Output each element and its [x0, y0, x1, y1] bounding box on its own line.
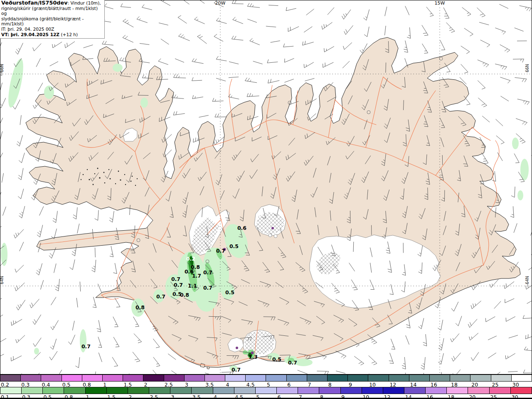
legend-threshold-label: 1.5 — [123, 382, 132, 388]
legend-color-segment — [0, 375, 21, 381]
legend-threshold-label: 25 — [492, 382, 499, 388]
legend-color-segment — [123, 375, 143, 381]
legend-color-segment — [82, 375, 103, 381]
sleet-color-scale — [0, 374, 532, 382]
precip-value-label: 0.5 — [229, 243, 239, 249]
legend-color-segment — [225, 375, 246, 381]
legend-threshold-label: 0.2 — [1, 382, 9, 388]
precip-value-label: 0.5 — [225, 289, 234, 296]
legend-color-segment — [86, 387, 107, 394]
legend-threshold-label: 3 — [185, 382, 188, 388]
legend-threshold-label: 4 — [226, 382, 229, 388]
precip-value-label: 0.6 — [237, 225, 246, 231]
legend-threshold-label: 0.4 — [42, 382, 50, 388]
rain-color-scale — [0, 387, 532, 394]
legend-threshold-label: 14 — [410, 382, 417, 388]
legend-threshold-label: 7 — [308, 382, 311, 388]
legend-color-segment — [143, 375, 164, 381]
legend-color-segment — [512, 375, 532, 381]
legend-color-segment — [491, 375, 512, 381]
precip-value-label: 0.7 — [81, 343, 91, 350]
legend-color-segment — [103, 375, 123, 381]
meridian-label: 20W — [215, 0, 226, 6]
legend-color-segment — [234, 387, 256, 394]
model-name: Veðurstofan/IS750dev — [1, 0, 67, 6]
legend-color-segment — [409, 375, 430, 381]
precip-value-label: 0.8 — [135, 304, 145, 310]
legend-color-segment — [447, 387, 468, 394]
legend-color-segment — [470, 375, 491, 381]
legend: 0.20.30.40.50.811.522.533.544.5567891012… — [0, 374, 532, 399]
legend-color-segment — [62, 375, 82, 381]
precip-value-label: 1.3 — [249, 354, 258, 360]
legend-color-segment — [22, 387, 43, 394]
legend-threshold-label: 0.8 — [83, 382, 91, 388]
precip-value-label: 1.7 — [192, 273, 201, 279]
title-line-3: slydda/snjókoma (grátt/bleikt/grænt - mm… — [1, 16, 103, 27]
parallel-label-right: 64N — [525, 276, 530, 284]
title-line-1: Veðurstofan/IS750dev: Vindur (10m), — [1, 0, 103, 6]
meridian-label: 15W — [435, 0, 445, 6]
legend-color-segment — [41, 375, 62, 381]
title-box: Veðurstofan/IS750dev: Vindur (10m), rign… — [0, 0, 105, 39]
legend-threshold-label: 18 — [451, 382, 458, 388]
legend-threshold-label: 3.5 — [205, 382, 214, 388]
precip-value-label: 0.7 — [203, 269, 212, 276]
legend-color-segment — [298, 387, 319, 394]
legend-color-segment — [490, 387, 511, 394]
legend-threshold-label: 1 — [103, 382, 106, 388]
legend-threshold-label: 8 — [328, 382, 332, 388]
precip-value-label: 0.7 — [156, 293, 165, 300]
legend-color-segment — [128, 387, 149, 394]
title-line-4: IT: þri. 29. 04. 2025 00Z — [1, 27, 103, 32]
title-line-2: rigning/skúrir (grænt/blátt/rautt - mm/1… — [1, 6, 103, 16]
precip-value-label: 0.7 — [232, 367, 241, 373]
legend-threshold-label: 12 — [389, 382, 396, 388]
legend-color-segment — [192, 387, 213, 394]
precip-value-label: 1.1 — [188, 283, 197, 289]
legend-color-segment — [362, 387, 383, 394]
legend-threshold-label: 30 — [512, 382, 519, 388]
precip-value-label: 0.2 — [186, 256, 195, 262]
parallel-label-right: 66N — [525, 64, 530, 72]
legend-color-segment — [450, 375, 470, 381]
precip-value-label: 0.7 — [288, 360, 297, 366]
legend-color-segment — [246, 375, 266, 381]
weather-map-page: 20W15W66N66N64N64N 0.60.50.70.20.80.60.7… — [0, 0, 532, 399]
legend-color-segment — [277, 387, 298, 394]
legend-color-segment — [149, 387, 170, 394]
weather-map: 20W15W66N66N64N64N 0.60.50.70.20.80.60.7… — [0, 0, 532, 374]
legend-threshold-label: 5 — [267, 382, 270, 388]
legend-color-segment — [256, 387, 277, 394]
legend-color-segment — [164, 375, 185, 381]
legend-color-segment — [383, 387, 404, 394]
legend-color-segment — [404, 387, 426, 394]
legend-color-segment — [266, 375, 286, 381]
precip-value-label: 0.7 — [216, 248, 225, 254]
title-line-5: VT: þri. 29.04.2025 12Z (+12 h) — [1, 32, 103, 37]
legend-color-segment — [107, 387, 128, 394]
legend-color-segment — [307, 375, 328, 381]
legend-color-segment — [287, 375, 307, 381]
legend-color-segment — [426, 387, 447, 394]
legend-color-segment — [328, 375, 348, 381]
legend-threshold-label: 0.3 — [21, 382, 30, 388]
precip-value-label: 0.7 — [203, 285, 212, 291]
legend-threshold-label: 0.5 — [62, 382, 71, 388]
legend-color-segment — [21, 375, 41, 381]
legend-threshold-label: 2 — [144, 382, 148, 388]
legend-threshold-label: 10 — [369, 382, 376, 388]
legend-color-segment — [319, 387, 340, 394]
precip-value-label: 0.5 — [272, 356, 281, 362]
legend-color-segment — [170, 387, 192, 394]
sleet-scale-labels: 0.20.30.40.50.811.522.533.544.5567891012… — [0, 382, 532, 387]
legend-color-segment — [511, 387, 532, 394]
precip-value-label: 0.7 — [171, 276, 180, 282]
legend-color-segment — [389, 375, 409, 381]
legend-color-segment — [185, 375, 205, 381]
legend-color-segment — [43, 387, 64, 394]
legend-threshold-label: 9 — [349, 382, 352, 388]
parallel-label-left: 66N — [0, 64, 4, 72]
legend-color-segment — [368, 375, 389, 381]
legend-threshold-label: 20 — [471, 382, 478, 388]
